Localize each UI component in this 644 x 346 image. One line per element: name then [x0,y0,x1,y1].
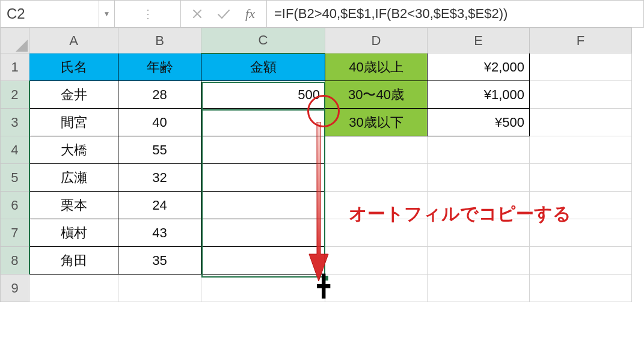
name-box-value: C2 [7,5,25,22]
cell-C1[interactable]: 金額 [201,53,325,81]
col-header-C[interactable]: C [201,28,325,53]
cell-B6[interactable]: 24 [118,192,201,219]
fill-handle[interactable] [324,276,328,281]
cell-F8[interactable] [530,247,632,275]
name-box[interactable]: C2 ▼ [1,1,115,27]
cell-C3[interactable] [201,109,325,136]
col-header-B[interactable]: B [118,28,201,53]
col-header-F[interactable]: F [530,28,632,53]
cell-E5[interactable] [428,164,530,192]
row-header-4[interactable]: 4 [1,136,29,164]
cell-E8[interactable] [428,247,530,275]
cell-C5[interactable] [201,164,325,192]
fx-icon[interactable]: fx [242,6,258,22]
cell-C6[interactable] [201,192,325,219]
col-header-E[interactable]: E [428,28,530,53]
cell-B4[interactable]: 55 [118,136,201,164]
cell-A2[interactable]: 金井 [29,81,118,109]
enter-icon[interactable] [216,6,232,22]
col-header-D[interactable]: D [325,28,428,53]
spreadsheet-grid: A B C D E F 1 氏名 年齢 金額 40歳以上 ¥2,000 2 金井… [0,28,644,302]
row-header-5[interactable]: 5 [1,164,29,192]
cell-B7[interactable]: 43 [118,219,201,247]
formula-bar-expand[interactable]: ⋮ [115,1,181,27]
cell-F1[interactable] [530,53,632,81]
cell-E1[interactable]: ¥2,000 [428,53,530,81]
cell-E3[interactable]: ¥500 [428,109,530,136]
cancel-icon[interactable] [189,6,205,22]
formula-input[interactable]: =IF(B2>40,$E$1,IF(B2<30,$E$3,$E$2)) [267,1,643,27]
cell-D3[interactable]: 30歳以下 [325,109,428,136]
cell-B3[interactable]: 40 [118,109,201,136]
formula-bar: C2 ▼ ⋮ fx =IF(B2>40,$E$1,IF(B2<30,$E$3,$… [0,0,644,28]
cell-D1[interactable]: 40歳以上 [325,53,428,81]
cell-C7[interactable] [201,219,325,247]
cell-E2[interactable]: ¥1,000 [428,81,530,109]
row-header-6[interactable]: 6 [1,192,29,219]
cell-B8[interactable]: 35 [118,247,201,275]
cell-D9[interactable] [325,275,428,302]
formula-text: =IF(B2>40,$E$1,IF(B2<30,$E$3,$E$2)) [274,6,508,22]
cell-A5[interactable]: 広瀬 [29,164,118,192]
grid-table: A B C D E F 1 氏名 年齢 金額 40歳以上 ¥2,000 2 金井… [0,28,632,302]
cell-C8[interactable] [201,247,325,275]
cell-A4[interactable]: 大橋 [29,136,118,164]
row-header-8[interactable]: 8 [1,247,29,275]
annotation-text: オートフィルでコピーする [349,202,571,226]
cell-D8[interactable] [325,247,428,275]
name-box-dropdown-icon[interactable]: ▼ [99,1,114,27]
corner-triangle-icon [16,40,28,52]
cell-F5[interactable] [530,164,632,192]
cell-E9[interactable] [428,275,530,302]
cell-E4[interactable] [428,136,530,164]
cell-F4[interactable] [530,136,632,164]
cell-D2[interactable]: 30〜40歳 [325,81,428,109]
col-header-A[interactable]: A [29,28,118,53]
row-header-9[interactable]: 9 [1,275,29,302]
select-all-corner[interactable] [1,28,29,53]
formula-buttons: fx [181,1,267,27]
cell-A8[interactable]: 角田 [29,247,118,275]
cell-B5[interactable]: 32 [118,164,201,192]
cell-A1[interactable]: 氏名 [29,53,118,81]
cell-D4[interactable] [325,136,428,164]
cell-A6[interactable]: 栗本 [29,192,118,219]
cell-F3[interactable] [530,109,632,136]
cell-A7[interactable]: 槇村 [29,219,118,247]
cell-F9[interactable] [530,275,632,302]
cell-A3[interactable]: 間宮 [29,109,118,136]
vertical-dots-icon: ⋮ [142,11,154,17]
row-header-1[interactable]: 1 [1,53,29,81]
cell-B2[interactable]: 28 [118,81,201,109]
cell-B9[interactable] [118,275,201,302]
row-header-2[interactable]: 2 [1,81,29,109]
cell-C9[interactable] [201,275,325,302]
cell-D5[interactable] [325,164,428,192]
cell-C4[interactable] [201,136,325,164]
cell-B1[interactable]: 年齢 [118,53,201,81]
row-header-3[interactable]: 3 [1,109,29,136]
cell-A9[interactable] [29,275,118,302]
cell-F2[interactable] [530,81,632,109]
row-header-7[interactable]: 7 [1,219,29,247]
cell-C2[interactable]: 500 [201,81,325,109]
